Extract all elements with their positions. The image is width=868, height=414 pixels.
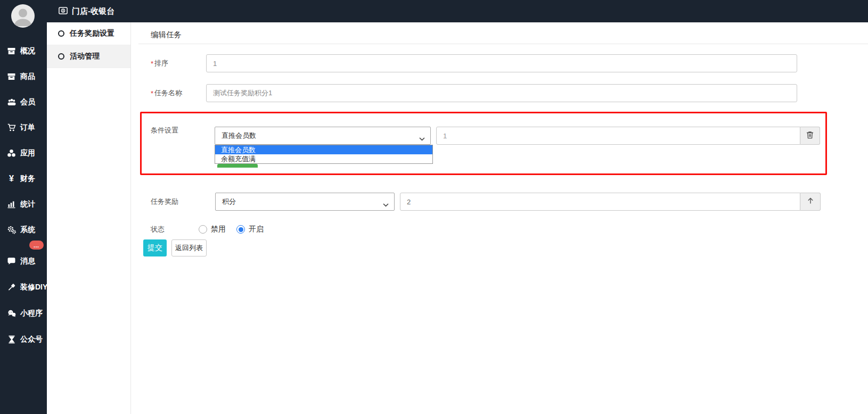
- page-title: 编辑任务: [151, 30, 182, 40]
- wechat-icon: [6, 309, 17, 318]
- sidebar-item-system[interactable]: 系统: [0, 223, 47, 237]
- cart-icon: [6, 123, 17, 133]
- sidebar-item-label: 会员: [20, 97, 35, 107]
- reward-selected-value: 积分: [222, 197, 236, 206]
- sidebar-item-miniprogram[interactable]: 小程序: [0, 307, 47, 320]
- radio-enabled[interactable]: 开启: [236, 225, 264, 234]
- gavel-icon: [6, 283, 17, 292]
- condition-label: 条件设置: [151, 121, 178, 139]
- submit-button[interactable]: 提交: [143, 239, 167, 256]
- chevron-down-icon: [383, 201, 389, 209]
- task-name-input[interactable]: [206, 84, 797, 102]
- arrow-up-icon: [806, 196, 815, 207]
- submenu-item-label: 任务奖励设置: [70, 29, 114, 38]
- apps-icon: [6, 149, 17, 158]
- sidebar-item-label: 订单: [20, 123, 35, 133]
- radio-circle-checked[interactable]: [236, 225, 245, 234]
- sidebar-item-messages[interactable]: 消息: [0, 254, 47, 268]
- sort-label: * 排序: [151, 54, 168, 72]
- sidebar-item-label: 统计: [20, 200, 35, 209]
- sidebar-item-label: 应用: [20, 148, 35, 158]
- circle-icon: [58, 53, 64, 60]
- sidebar-item-orders[interactable]: 订单: [0, 121, 47, 135]
- radio-label: 禁用: [211, 225, 226, 234]
- back-to-list-button[interactable]: 返回列表: [171, 239, 207, 256]
- sidebar-item-official-account[interactable]: 公众号: [0, 333, 47, 346]
- chevron-down-icon: [419, 135, 425, 143]
- sidebar-item-stats[interactable]: 统计: [0, 197, 47, 211]
- dropdown-option-balance-recharge[interactable]: 余额充值满: [215, 154, 432, 163]
- sidebar-item-label: 财务: [20, 174, 35, 184]
- submenu-item-activity-management[interactable]: 活动管理: [47, 45, 130, 68]
- sidebar-item-apps[interactable]: 应用: [0, 146, 47, 160]
- top-bar: 门店-收银台: [0, 0, 868, 22]
- condition-selected-value: 直推会员数: [222, 131, 256, 140]
- condition-dropdown-list: 直推会员数 余额充值满: [215, 145, 433, 164]
- gears-icon: [6, 226, 17, 235]
- radio-circle-unchecked[interactable]: [199, 225, 207, 234]
- cashier-icon: [59, 7, 68, 16]
- overview-icon: [6, 47, 17, 56]
- sort-input[interactable]: [206, 54, 797, 72]
- sidebar-item-label: 商品: [20, 72, 35, 81]
- sidebar-item-label: 公众号: [20, 335, 43, 344]
- status-label: 状态: [151, 220, 165, 238]
- hourglass-icon: [6, 335, 17, 344]
- sidebar-item-goods[interactable]: 商品: [0, 70, 47, 84]
- bar-chart-icon: [6, 200, 17, 209]
- reward-value-input[interactable]: [400, 193, 800, 211]
- status-radio-group: 禁用 开启: [199, 220, 264, 238]
- task-name-label: * 任务名称: [151, 84, 182, 102]
- radio-label: 开启: [249, 225, 264, 234]
- required-mark: *: [151, 89, 153, 97]
- condition-delete-button[interactable]: [800, 127, 820, 145]
- reward-select[interactable]: 积分: [215, 193, 395, 211]
- messages-badge: …: [29, 241, 44, 250]
- sidebar-item-label: 系统: [20, 225, 35, 235]
- goods-icon: [6, 72, 17, 81]
- header-divider: [138, 44, 868, 44]
- sidebar-item-label: 装修DIY: [20, 283, 47, 292]
- circle-icon: [58, 30, 64, 37]
- app-title-text: 门店-收银台: [72, 6, 114, 16]
- sidebar-item-label: 消息: [20, 256, 35, 266]
- dropdown-option-direct-members[interactable]: 直推会员数: [215, 145, 432, 154]
- app-title: 门店-收银台: [59, 0, 114, 22]
- sidebar-item-overview[interactable]: 概况: [0, 44, 47, 58]
- members-icon: [6, 98, 17, 107]
- comment-icon: [6, 257, 17, 266]
- submenu-item-task-reward-settings[interactable]: 任务奖励设置: [47, 22, 130, 45]
- sidebar-item-diy[interactable]: 装修DIY: [0, 280, 47, 294]
- sidebar-item-finance[interactable]: ¥ 财务: [0, 172, 47, 186]
- avatar[interactable]: [11, 4, 35, 28]
- main-content: 编辑任务 * 排序 * 任务名称 条件设置 直推会员数 直推会员数 余额充值满: [131, 22, 868, 414]
- sidebar-item-label: 概况: [20, 46, 35, 56]
- condition-select[interactable]: 直推会员数: [215, 127, 431, 145]
- sidebar-item-label: 小程序: [20, 309, 43, 318]
- trash-icon: [806, 131, 814, 141]
- secondary-sidebar: 任务奖励设置 活动管理: [47, 22, 131, 414]
- condition-value-input[interactable]: [436, 127, 800, 145]
- submenu-item-label: 活动管理: [70, 52, 100, 61]
- sidebar-item-members[interactable]: 会员: [0, 95, 47, 109]
- reward-label: 任务奖励: [151, 193, 178, 211]
- radio-disabled[interactable]: 禁用: [199, 225, 226, 234]
- main-sidebar: 概况 商品 会员 订单 应用 ¥ 财务 统计 系统 消息 装修DIY 小程序: [0, 0, 47, 414]
- yen-icon: ¥: [6, 175, 17, 184]
- reward-up-button[interactable]: [800, 193, 821, 211]
- add-condition-button-peek[interactable]: [217, 164, 258, 168]
- required-mark: *: [151, 60, 153, 68]
